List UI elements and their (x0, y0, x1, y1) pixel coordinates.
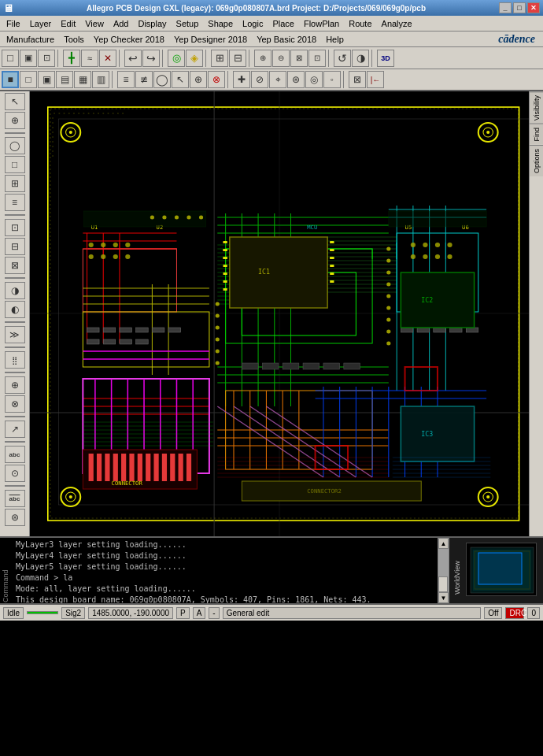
maximize-button[interactable]: □ (513, 2, 526, 13)
tb-zoom-in[interactable]: ⊕ (254, 50, 272, 67)
tb2-19[interactable]: ⊠ (349, 71, 366, 88)
tb2-14[interactable]: ⊘ (251, 71, 268, 88)
lp-net[interactable]: ⊗ (5, 395, 25, 413)
menu-yep-checker[interactable]: Yep Checker 2018 (89, 33, 169, 46)
lp-select[interactable]: ↖ (5, 93, 25, 110)
tab-visibility[interactable]: Visibility (530, 91, 543, 124)
tb-3d[interactable]: 3D (377, 50, 394, 67)
close-button[interactable]: ✕ (527, 2, 540, 13)
tb2-18[interactable]: ◦ (323, 71, 341, 88)
tab-options[interactable]: Options (530, 145, 543, 176)
menu-view[interactable]: View (80, 17, 109, 30)
console-scroll-thumb[interactable] (438, 576, 448, 592)
tb-copy[interactable]: ⊞ (211, 50, 228, 67)
minimize-button[interactable]: _ (499, 2, 512, 13)
lp-angle[interactable]: ↗ (5, 421, 25, 438)
tb2-9[interactable]: ◯ (153, 71, 171, 88)
tb-open[interactable]: ▣ (20, 50, 37, 67)
lp-move[interactable]: ⊠ (5, 257, 25, 274)
svg-point-241 (54, 113, 55, 114)
tb2-12[interactable]: ⊗ (208, 71, 225, 88)
tb2-2[interactable]: □ (20, 71, 37, 88)
menu-logic[interactable]: Logic (238, 17, 268, 30)
console-scroll-up[interactable]: ▲ (438, 538, 449, 549)
menu-display[interactable]: Display (133, 17, 171, 30)
tb-save[interactable]: ⊡ (38, 50, 55, 67)
menu-layer[interactable]: Layer (25, 17, 57, 30)
menu-tools[interactable]: Tools (59, 33, 89, 46)
svg-rect-98 (330, 272, 334, 275)
tb-route-mode[interactable]: ◈ (186, 50, 203, 67)
menu-place[interactable]: Place (268, 17, 299, 30)
console-scroll-down[interactable]: ▼ (438, 592, 449, 603)
tb2-11[interactable]: ⊕ (190, 71, 207, 88)
tb2-16[interactable]: ⊛ (287, 71, 305, 88)
lp-rect[interactable]: □ (5, 156, 25, 173)
lp-zoom[interactable]: ⊕ (5, 112, 25, 129)
console-scroll-track[interactable] (438, 549, 449, 592)
tb2-1[interactable]: ■ (2, 71, 19, 88)
tb2-15[interactable]: ⌖ (269, 71, 286, 88)
lp-dehighlight[interactable]: ◐ (5, 301, 25, 318)
tb2-7[interactable]: ≡ (117, 71, 135, 88)
tb-add-connect[interactable]: ╋ (63, 50, 80, 67)
lp-text-dot[interactable]: ⊙ (5, 465, 25, 482)
pcb-canvas[interactable]: IC1 (30, 91, 529, 536)
tb-paste[interactable]: ⊟ (229, 50, 246, 67)
tb-zoom-fit[interactable]: ⊠ (290, 50, 308, 67)
console-output[interactable]: MyLayer3 layer setting loading...... MyL… (13, 538, 438, 603)
tb-undo[interactable]: ↩ (124, 50, 142, 67)
tb-redo[interactable]: ↪ (142, 50, 160, 67)
lp-text3[interactable]: ⊛ (5, 509, 25, 526)
tb-zoom-prev[interactable]: ⊡ (308, 50, 326, 67)
menu-setup[interactable]: Setup (172, 17, 204, 30)
lp-add[interactable]: ⊞ (5, 175, 25, 192)
menu-add[interactable]: Add (109, 17, 134, 30)
menu-edit[interactable]: Edit (56, 17, 80, 30)
tb2-8[interactable]: ≢ (135, 71, 153, 88)
menu-file[interactable]: File (2, 17, 25, 30)
menu-shape[interactable]: Shape (203, 17, 238, 30)
lp-text2[interactable]: abc (5, 490, 25, 507)
tb2-17[interactable]: ◎ (305, 71, 323, 88)
menu-yep-basic[interactable]: Yep Basic 2018 (252, 33, 321, 46)
lp-grid[interactable]: ⣿ (5, 351, 25, 369)
svg-rect-125 (136, 339, 149, 344)
menu-help[interactable]: Help (321, 33, 349, 46)
tb2-20[interactable]: |← (367, 71, 384, 88)
tb2-5[interactable]: ▦ (74, 71, 91, 88)
lp-line[interactable]: ≡ (5, 194, 25, 211)
menu-flowplan[interactable]: FlowPlan (299, 17, 344, 30)
tb-zoom-out[interactable]: ⊖ (272, 50, 290, 67)
lp-property[interactable]: ⊕ (5, 376, 25, 394)
menu-manufacture[interactable]: Manufacture (2, 33, 59, 46)
lp-circle[interactable]: ◯ (5, 137, 25, 154)
tb-highlight[interactable]: ◑ (352, 50, 369, 67)
menu-yep-designer[interactable]: Yep Designer 2018 (169, 33, 252, 46)
svg-rect-93 (223, 288, 227, 291)
minimap-canvas[interactable] (466, 543, 537, 596)
tb2-6[interactable]: ▥ (92, 71, 109, 88)
lp-pick[interactable]: ⊡ (5, 219, 25, 236)
svg-point-111 (447, 243, 452, 247)
svg-point-260 (52, 136, 54, 138)
tb-new[interactable]: □ (2, 50, 19, 67)
tb2-13[interactable]: ✚ (233, 71, 250, 88)
tb2-10[interactable]: ↖ (172, 71, 189, 88)
lp-highlight2[interactable]: ◑ (5, 282, 25, 299)
tb-delete[interactable]: ✕ (99, 50, 116, 67)
menu-route[interactable]: Route (344, 17, 376, 30)
tab-find[interactable]: Find (530, 124, 543, 145)
pcb-canvas-area[interactable]: IC1 (30, 91, 529, 536)
lp-fast[interactable]: ≫ (5, 326, 25, 343)
lp-text1[interactable]: abc (5, 446, 25, 463)
console-scrollbar[interactable]: ▲ ▼ (438, 538, 449, 603)
tb2-4[interactable]: ▤ (56, 71, 73, 88)
lp-remove[interactable]: ⊟ (5, 238, 25, 255)
tb-ratsnest[interactable]: ◎ (168, 50, 185, 67)
menu-analyze[interactable]: Analyze (377, 17, 417, 30)
tb2-3[interactable]: ▣ (38, 71, 55, 88)
tb-slide[interactable]: ≈ (81, 50, 98, 67)
svg-point-249 (93, 113, 94, 114)
tb-refresh[interactable]: ↺ (334, 50, 351, 67)
